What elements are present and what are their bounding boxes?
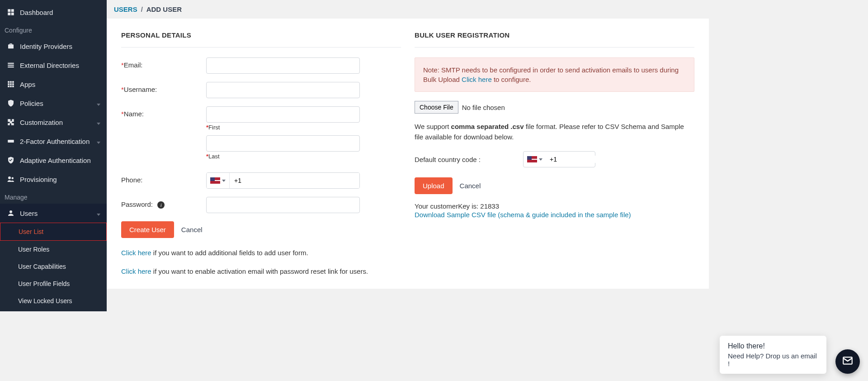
info-icon[interactable]: i: [157, 201, 165, 209]
breadcrumb-current: ADD USER: [146, 5, 182, 13]
svg-rect-14: [10, 86, 12, 87]
sidebar-sub-user-capabilities[interactable]: User Capabilities: [0, 258, 107, 275]
cancel-button[interactable]: Cancel: [181, 226, 203, 233]
smtp-alert: Note: SMTP needs to be configured in ord…: [415, 57, 694, 92]
sidebar-label: User Profile Fields: [18, 280, 70, 287]
file-status: No file chosen: [462, 104, 505, 111]
users-icon: [6, 175, 15, 184]
sidebar-label: User List: [19, 228, 43, 235]
bulk-cancel-button[interactable]: Cancel: [460, 182, 481, 190]
download-sample-csv-link[interactable]: Download Sample CSV file (schema & guide…: [415, 211, 694, 219]
sidebar-label: Adaptive Authentication: [20, 157, 91, 164]
sidebar-label: Users: [20, 210, 38, 217]
svg-rect-0: [8, 9, 10, 12]
svg-rect-2: [8, 13, 10, 15]
customer-key: Your customerKey is: 21833: [415, 202, 694, 210]
svg-rect-12: [12, 83, 14, 85]
svg-rect-11: [10, 83, 12, 85]
phone-country-selector[interactable]: [207, 173, 230, 188]
briefcase-icon: [6, 42, 15, 51]
svg-rect-16: [8, 140, 14, 143]
phone-input[interactable]: [230, 173, 359, 188]
add-fields-hint: Click here if you want to add additional…: [121, 249, 401, 257]
svg-rect-15: [12, 86, 14, 87]
sidebar-item-provisioning[interactable]: Provisioning: [0, 170, 107, 189]
svg-rect-1: [11, 9, 14, 12]
sidebar-label: User Capabilities: [18, 263, 66, 270]
email-input[interactable]: [206, 57, 360, 74]
phone-label: Phone:: [121, 172, 206, 184]
bulk-registration-heading: BULK USER REGISTRATION: [415, 31, 694, 39]
sidebar-sub-user-roles[interactable]: User Roles: [0, 241, 107, 258]
sidebar-label: Identity Providers: [20, 43, 72, 50]
username-label: *Username:: [121, 82, 206, 93]
svg-rect-5: [8, 65, 14, 66]
svg-rect-3: [11, 13, 14, 15]
main-content: USERS / ADD USER PERSONAL DETAILS *Email…: [107, 0, 709, 311]
bulk-registration-section: BULK USER REGISTRATION Note: SMTP needs …: [415, 31, 694, 275]
default-country-code-label: Default country code :: [415, 156, 523, 163]
caret-down-icon: [539, 158, 542, 161]
last-name-input[interactable]: [206, 135, 360, 152]
dashboard-icon: [6, 8, 15, 17]
svg-rect-8: [10, 81, 12, 83]
caret-down-icon: [222, 180, 226, 182]
shield-icon: [6, 99, 15, 108]
sidebar-item-policies[interactable]: Policies: [0, 94, 107, 113]
password-label: Password: i: [121, 197, 206, 209]
svg-rect-4: [8, 63, 14, 64]
list-icon: [6, 61, 15, 70]
sidebar-label: Provisioning: [20, 176, 57, 183]
password-input[interactable]: [206, 197, 360, 213]
bulk-country-code-input[interactable]: [546, 156, 632, 163]
sidebar-label: Policies: [20, 100, 43, 107]
sidebar-item-customization[interactable]: Customization: [0, 113, 107, 132]
activation-email-link[interactable]: Click here: [121, 267, 151, 275]
sidebar-item-2fa[interactable]: 2-Factor Authentication: [0, 132, 107, 151]
personal-details-heading: PERSONAL DETAILS: [121, 31, 401, 39]
password-icon: [6, 137, 15, 146]
add-fields-link[interactable]: Click here: [121, 249, 151, 257]
sidebar-item-adaptive-auth[interactable]: Adaptive Authentication: [0, 151, 107, 170]
sidebar-label: External Directories: [20, 62, 79, 69]
choose-file-button[interactable]: Choose File: [415, 101, 458, 114]
sidebar-item-apps[interactable]: Apps: [0, 75, 107, 94]
sidebar-section-manage: Manage: [0, 189, 107, 204]
chevron-down-icon: [97, 100, 100, 107]
sidebar-item-identity-providers[interactable]: Identity Providers: [0, 37, 107, 56]
first-name-input[interactable]: [206, 106, 360, 123]
sidebar-label: Dashboard: [20, 9, 53, 16]
sidebar-item-users[interactable]: Users: [0, 204, 107, 223]
svg-point-18: [12, 177, 14, 180]
last-sublabel: *Last: [206, 153, 360, 160]
sidebar: Dashboard Configure Identity Providers E…: [0, 0, 107, 311]
create-user-button[interactable]: Create User: [121, 221, 174, 238]
sidebar-sub-user-list[interactable]: User List: [0, 223, 107, 241]
smtp-configure-link[interactable]: Click here: [462, 76, 492, 83]
chevron-down-icon: [97, 138, 100, 145]
breadcrumb-users-link[interactable]: USERS: [114, 5, 137, 13]
sidebar-section-configure: Configure: [0, 22, 107, 37]
bulk-country-selector[interactable]: [524, 156, 546, 162]
sidebar-item-dashboard[interactable]: Dashboard: [0, 3, 107, 22]
email-label: *Email:: [121, 57, 206, 69]
breadcrumb-separator: /: [141, 5, 143, 13]
chevron-down-icon: [97, 119, 100, 126]
sidebar-label: Customization: [20, 119, 63, 126]
activation-email-hint: Click here if you want to enable activat…: [121, 267, 401, 275]
breadcrumb: USERS / ADD USER: [107, 0, 709, 19]
sidebar-sub-user-profile-fields[interactable]: User Profile Fields: [0, 275, 107, 292]
username-input[interactable]: [206, 82, 360, 98]
puzzle-icon: [6, 118, 15, 127]
shield-check-icon: [6, 156, 15, 165]
us-flag-icon: [527, 156, 537, 162]
user-icon: [6, 209, 15, 218]
svg-rect-13: [8, 86, 9, 87]
upload-button[interactable]: Upload: [415, 177, 453, 194]
chevron-down-icon: [97, 210, 100, 217]
sidebar-item-external-directories[interactable]: External Directories: [0, 56, 107, 75]
sidebar-label: View Locked Users: [18, 297, 72, 305]
divider: [415, 47, 694, 48]
sidebar-sub-view-locked-users[interactable]: View Locked Users: [0, 292, 107, 310]
divider: [121, 47, 401, 48]
